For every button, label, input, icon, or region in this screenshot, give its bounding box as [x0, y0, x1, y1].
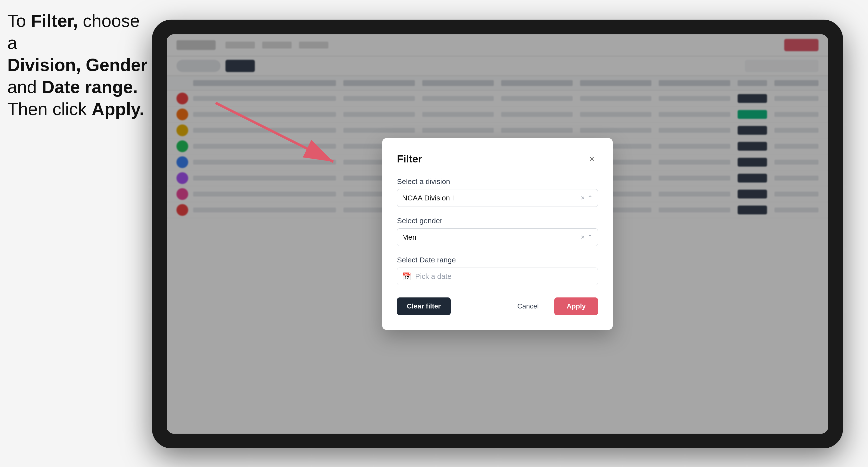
- gender-select[interactable]: Men × ⌃: [397, 228, 598, 246]
- date-form-group: Select Date range 📅 Pick a date: [397, 256, 598, 285]
- gender-select-value: Men: [402, 233, 416, 241]
- date-label: Select Date range: [397, 256, 598, 264]
- chevron-icon: ⌃: [587, 233, 593, 241]
- modal-overlay: Filter × Select a division NCAA Division…: [167, 34, 828, 434]
- cancel-button[interactable]: Cancel: [507, 298, 549, 315]
- calendar-icon: 📅: [402, 272, 411, 281]
- clear-icon: ×: [581, 194, 585, 202]
- apply-button[interactable]: Apply: [554, 298, 598, 315]
- division-label: Select a division: [397, 177, 598, 186]
- instruction-text: To Filter, choose a Division, Gender and…: [7, 10, 150, 120]
- modal-footer: Clear filter Cancel Apply: [397, 298, 598, 315]
- close-button[interactable]: ×: [586, 153, 598, 165]
- instruction-bold-division-gender: Division, Gender: [7, 55, 148, 75]
- instruction-bold-filter: Filter,: [31, 11, 78, 31]
- footer-right: Cancel Apply: [507, 298, 598, 315]
- clear-icon: ×: [581, 233, 585, 241]
- division-form-group: Select a division NCAA Division I × ⌃: [397, 177, 598, 207]
- division-select-icons: × ⌃: [581, 194, 593, 202]
- gender-label: Select gender: [397, 217, 598, 225]
- gender-form-group: Select gender Men × ⌃: [397, 217, 598, 246]
- tablet-screen: Filter × Select a division NCAA Division…: [167, 34, 828, 434]
- date-input[interactable]: 📅 Pick a date: [397, 268, 598, 285]
- modal-header: Filter ×: [397, 153, 598, 165]
- tablet-device: Filter × Select a division NCAA Division…: [152, 20, 843, 448]
- division-select-value: NCAA Division I: [402, 194, 454, 202]
- division-select[interactable]: NCAA Division I × ⌃: [397, 189, 598, 207]
- instruction-bold-date: Date range.: [42, 77, 138, 97]
- date-placeholder: Pick a date: [415, 272, 452, 281]
- gender-select-icons: × ⌃: [581, 233, 593, 241]
- clear-filter-button[interactable]: Clear filter: [397, 298, 451, 315]
- modal-title: Filter: [397, 153, 422, 165]
- instruction-bold-apply: Apply.: [92, 99, 144, 119]
- filter-modal: Filter × Select a division NCAA Division…: [382, 138, 613, 330]
- chevron-icon: ⌃: [587, 194, 593, 202]
